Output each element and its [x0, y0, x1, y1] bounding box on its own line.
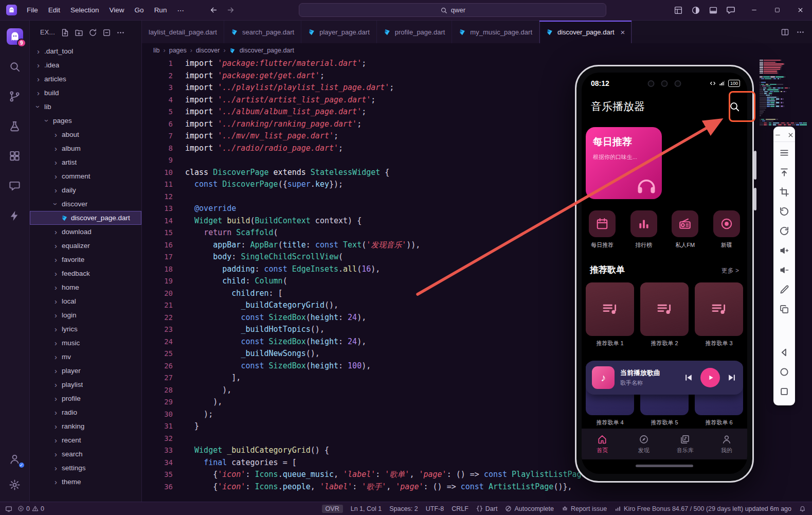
tree-item-build[interactable]: ›build [30, 86, 141, 100]
tree-item-comment[interactable]: ›comment [30, 169, 141, 183]
tree-item-playlist[interactable]: ›playlist [30, 378, 141, 392]
tab-laylist_detail_page.dart[interactable]: laylist_detail_page.dart [142, 21, 224, 43]
problems-indicator[interactable]: 0 0 [17, 505, 44, 512]
menu-[interactable]: ⋯ [172, 4, 189, 16]
encoding[interactable]: UTF-8 [426, 505, 444, 512]
nav-discover[interactable]: 发现 [623, 429, 665, 459]
activitybar-accounts[interactable]: ✓ [6, 450, 24, 468]
breadcrumb-discover[interactable]: discover [196, 47, 220, 54]
emu-volume-up-button[interactable] [773, 241, 795, 260]
tree-item-articles[interactable]: ›articles [30, 72, 141, 86]
activitybar-explorer[interactable]: 9 [6, 28, 24, 45]
tree-item-daily[interactable]: ›daily [30, 183, 141, 197]
daily-recommend-banner[interactable]: 每日推荐 根据你的口味生... [586, 127, 662, 199]
theme-toggle-button[interactable] [688, 3, 703, 18]
more-link[interactable]: 更多 > [721, 267, 739, 275]
activitybar-testing[interactable] [6, 117, 24, 135]
menu-go[interactable]: Go [130, 4, 149, 16]
menu-file[interactable]: File [22, 4, 43, 16]
tree-item-ranking[interactable]: ›ranking [30, 419, 141, 433]
split-editor-icon[interactable] [781, 28, 789, 37]
emu-sync-button[interactable] [773, 221, 795, 241]
report-issue[interactable]: Report issue [562, 505, 607, 512]
command-search-box[interactable]: qwer [299, 3, 606, 17]
menu-view[interactable]: View [105, 4, 129, 16]
close-tab-icon[interactable]: × [621, 28, 625, 37]
tree-item-home[interactable]: ›home [30, 280, 141, 294]
tree-item-lyrics[interactable]: ›lyrics [30, 322, 141, 336]
refresh-explorer-button[interactable] [88, 28, 97, 37]
indentation[interactable]: Spaces: 2 [389, 505, 418, 512]
tree-item-theme[interactable]: ›theme [30, 475, 141, 489]
minimap[interactable] [760, 60, 808, 126]
tree-item-album[interactable]: ›album [30, 141, 141, 155]
nav-home[interactable]: 首页 [582, 429, 623, 459]
play-button[interactable] [700, 368, 720, 387]
emu-screenshot-button[interactable] [773, 182, 795, 202]
emu-minimize-button[interactable] [774, 132, 781, 138]
emu-volume-down-button[interactable] [773, 260, 795, 280]
emu-android-recents-button[interactable] [773, 382, 795, 401]
menu-run[interactable]: Run [150, 4, 172, 16]
tree-item-artist[interactable]: ›artist [30, 155, 141, 169]
customize-layout-button[interactable] [671, 3, 686, 18]
feedback-button[interactable] [723, 3, 738, 18]
kiro-bonus-meter[interactable]: Kiro Free Bonus 84.67 / 500 (29 days lef… [615, 505, 791, 512]
tab-my_music_page.dart[interactable]: my_music_page.dart [452, 21, 539, 43]
toggle-panel-button[interactable] [706, 3, 721, 18]
emu-close-button[interactable] [787, 132, 794, 138]
playlist-card[interactable]: 推荐歌单 1 [586, 282, 634, 347]
nav-forward-icon[interactable] [226, 6, 235, 14]
overtype-indicator[interactable]: OVR [322, 505, 343, 513]
tab-player_page.dart[interactable]: player_page.dart [301, 21, 377, 43]
tree-item-login[interactable]: ›login [30, 308, 141, 322]
new-file-button[interactable] [61, 28, 69, 37]
tree-item-.idea[interactable]: ›.idea [30, 58, 141, 72]
autocomplete-status[interactable]: Autocomplete [505, 505, 553, 512]
emu-scroll-top-button[interactable] [773, 163, 795, 182]
playlist-card[interactable]: 推荐歌单 2 [640, 282, 689, 347]
emu-android-home-button[interactable] [773, 362, 795, 382]
breadcrumb-lib[interactable]: lib [153, 47, 160, 54]
explorer-more-button[interactable] [116, 28, 125, 37]
tree-item-profile[interactable]: ›profile [30, 392, 141, 405]
close-button[interactable] [789, 0, 812, 21]
activitybar-search[interactable] [6, 58, 24, 75]
activitybar-chat[interactable] [6, 177, 24, 194]
nav-music-library[interactable]: 音乐库 [664, 429, 706, 459]
tree-item-local[interactable]: ›local [30, 294, 141, 308]
tree-item-.dart_tool[interactable]: ›.dart_tool [30, 44, 141, 58]
emu-android-back-button[interactable] [773, 343, 795, 362]
emu-copy-button[interactable] [773, 299, 795, 319]
activitybar-settings[interactable] [6, 476, 24, 493]
tree-item-settings[interactable]: ›settings [30, 461, 141, 475]
category-ranking[interactable]: 排行榜 [623, 210, 665, 249]
end-of-line[interactable]: CRLF [452, 505, 468, 512]
tab-search_page.dart[interactable]: search_page.dart [224, 21, 301, 43]
emu-rotate-button[interactable] [773, 202, 795, 221]
tree-item-pages[interactable]: ›pages [30, 114, 141, 128]
nav-back-icon[interactable] [209, 6, 218, 14]
tab-discover_page.dart[interactable]: discover_page.dart× [539, 21, 632, 43]
tree-item-mv[interactable]: ›mv [30, 350, 141, 364]
editor-more-icon[interactable] [796, 28, 805, 37]
collapse-folders-button[interactable] [102, 28, 111, 37]
mini-player[interactable]: ♪ 当前播放歌曲 歌手名称 [586, 361, 743, 395]
breadcrumb-pages[interactable]: pages [169, 47, 187, 54]
menu-selection[interactable]: Selection [66, 4, 104, 16]
category-new-albums[interactable]: 新碟 [706, 210, 748, 249]
tree-item-player[interactable]: ›player [30, 364, 141, 378]
next-button[interactable] [727, 372, 737, 383]
tree-item-equalizer[interactable]: ›equalizer [30, 239, 141, 253]
breadcrumb-discover_page.dart[interactable]: discover_page.dart [240, 47, 294, 54]
activitybar-extensions[interactable] [6, 147, 24, 165]
language-mode[interactable]: Dart [476, 505, 498, 512]
tree-item-radio[interactable]: ›radio [30, 405, 141, 419]
emu-annotate-button[interactable] [773, 280, 795, 299]
cursor-position[interactable]: Ln 1, Col 1 [351, 505, 382, 512]
tab-profile_page.dart[interactable]: profile_page.dart [377, 21, 453, 43]
tree-item-music[interactable]: ›music [30, 336, 141, 350]
tree-item-feedback[interactable]: ›feedback [30, 267, 141, 280]
nav-mine[interactable]: 我的 [706, 429, 748, 459]
tree-item-search[interactable]: ›search [30, 447, 141, 461]
